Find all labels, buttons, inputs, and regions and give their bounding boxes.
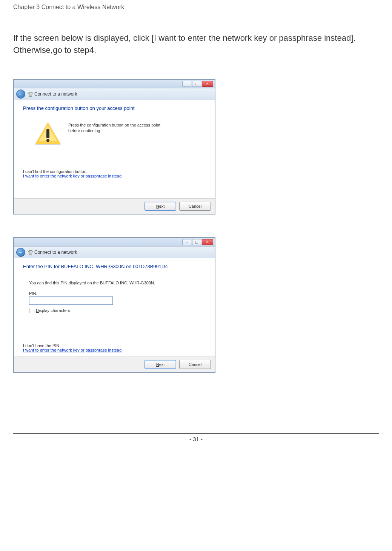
next-underline: N — [156, 362, 159, 367]
instruction-text: If the screen below is displayed, click … — [13, 32, 379, 56]
enter-key-link[interactable]: I want to enter the network key or passp… — [23, 174, 206, 178]
next-button[interactable]: Next — [145, 360, 176, 369]
button-bar: Next Cancel — [14, 198, 215, 214]
maximize-button[interactable]: ▢ — [192, 81, 201, 87]
button-bar: Next Cancel — [14, 357, 215, 372]
dialog-heading: Press the configuration button on your a… — [23, 105, 206, 111]
pin-label: PIN: — [29, 291, 206, 296]
minimize-button[interactable]: – — [182, 81, 191, 87]
bottom-links: I don't have the PIN. I want to enter th… — [23, 343, 206, 352]
display-rest: isplay characters — [39, 308, 70, 313]
close-button[interactable]: ✕ — [202, 81, 213, 87]
cancel-button[interactable]: Cancel — [179, 202, 211, 211]
nav-title: Connect to a network — [28, 250, 77, 255]
maximize-button[interactable]: ▢ — [192, 239, 201, 245]
enter-key-link[interactable]: I want to enter the network key or passp… — [23, 348, 206, 352]
navbar: ← Connect to a network — [14, 247, 215, 258]
dialog-body: Press the configuration button on your a… — [14, 100, 215, 198]
instruction-line-1: If the screen below is displayed, click … — [13, 32, 379, 44]
display-characters-checkbox[interactable] — [29, 308, 34, 313]
next-button[interactable]: Next — [145, 202, 176, 211]
nav-title: Connect to a network — [28, 91, 77, 97]
chapter-header: Chapter 3 Connect to a Wireless Network — [13, 0, 379, 13]
pin-input[interactable] — [29, 296, 113, 305]
warning-icon — [34, 122, 61, 147]
close-button[interactable]: ✕ — [202, 239, 213, 245]
bottom-links: I can't find the configuration button. I… — [23, 169, 206, 178]
next-underline: N — [156, 204, 159, 208]
next-rest: ext — [159, 204, 165, 208]
network-icon — [28, 250, 33, 255]
dialog-press-config-button: – ▢ ✕ ← Connect to a network Press the c… — [13, 79, 215, 215]
display-characters-row[interactable]: Display characters — [29, 308, 206, 313]
back-icon[interactable]: ← — [16, 90, 25, 99]
page-footer: - 31 - — [13, 433, 379, 442]
display-underline: D — [36, 308, 39, 313]
instruction-line-2: Otherwise,go to step4. — [13, 44, 379, 56]
minimize-button[interactable]: – — [182, 239, 191, 245]
titlebar: – ▢ ✕ — [14, 80, 215, 88]
cancel-button[interactable]: Cancel — [179, 360, 211, 369]
titlebar: – ▢ ✕ — [14, 238, 215, 247]
cant-find-text: I can't find the configuration button. — [23, 169, 206, 174]
warning-row: Press the configuration button on the ac… — [34, 122, 206, 147]
find-pin-text: You can find this PIN displayed on the B… — [29, 281, 206, 285]
nav-title-text: Connect to a network — [34, 250, 77, 255]
nav-title-text: Connect to a network — [34, 91, 77, 97]
back-icon[interactable]: ← — [16, 248, 25, 257]
dialog-heading: Enter the PIN for BUFFALO INC. WHR-G300N… — [23, 264, 206, 269]
network-icon — [28, 91, 33, 97]
no-pin-text: I don't have the PIN. — [23, 343, 206, 348]
dialog-body: Enter the PIN for BUFFALO INC. WHR-G300N… — [14, 258, 215, 357]
warning-text: Press the configuration button on the ac… — [68, 122, 163, 134]
dialog-enter-pin: – ▢ ✕ ← Connect to a network Enter the P… — [13, 237, 215, 373]
navbar: ← Connect to a network — [14, 88, 215, 100]
next-rest: ext — [159, 362, 165, 367]
